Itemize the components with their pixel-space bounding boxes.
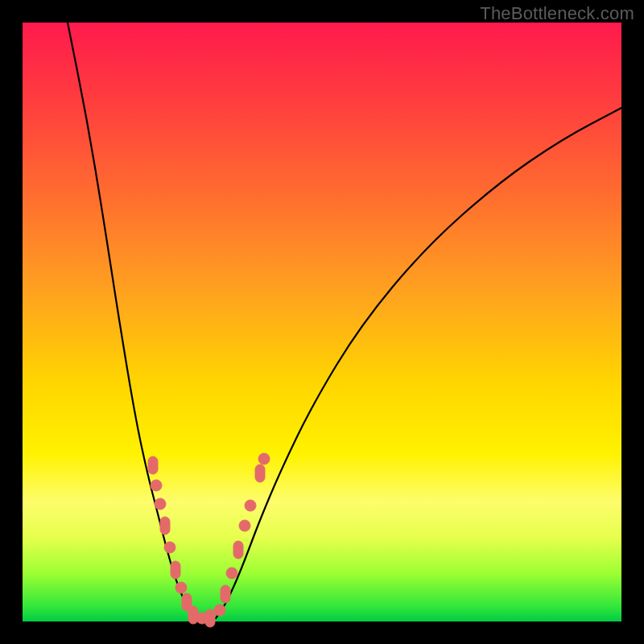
marker-dot bbox=[164, 542, 175, 553]
watermark-text: TheBottleneck.com bbox=[480, 3, 634, 24]
marker-dot bbox=[245, 500, 256, 511]
right-branch-curve bbox=[216, 108, 621, 618]
marker-lozenge bbox=[205, 609, 215, 627]
marker-dot bbox=[175, 582, 187, 593]
chart-frame bbox=[23, 23, 621, 621]
marker-dot bbox=[258, 453, 270, 464]
marker-dot bbox=[226, 568, 237, 579]
marker-dot bbox=[151, 480, 162, 491]
left-branch-curve bbox=[68, 23, 195, 617]
marker-lozenge bbox=[221, 585, 230, 603]
marker-lozenge bbox=[148, 456, 158, 474]
marker-dot bbox=[214, 605, 225, 616]
marker-lozenge bbox=[160, 517, 170, 535]
marker-lozenge bbox=[233, 541, 243, 559]
marker-dot bbox=[239, 520, 250, 531]
marker-lozenge bbox=[171, 561, 180, 579]
marker-lozenge bbox=[255, 464, 265, 482]
chart-svg bbox=[23, 23, 621, 621]
marker-dot bbox=[155, 498, 166, 510]
marker-lozenge bbox=[188, 606, 198, 624]
